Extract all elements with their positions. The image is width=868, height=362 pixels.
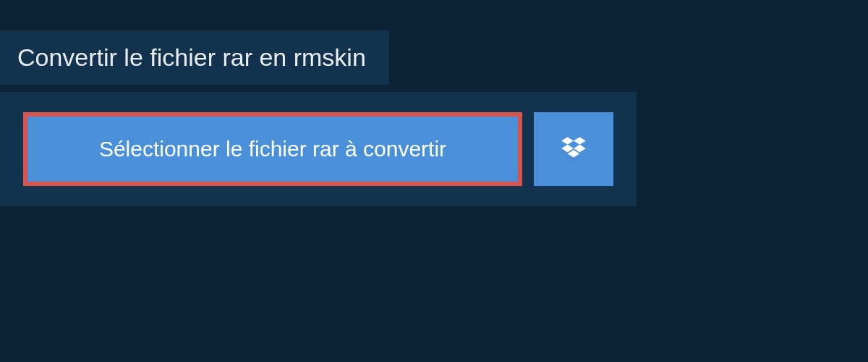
dropbox-button[interactable] [534, 112, 613, 186]
select-file-button[interactable]: Sélectionner le fichier rar à convertir [23, 112, 522, 186]
select-file-label: Sélectionner le fichier rar à convertir [99, 137, 446, 161]
title-bar: Convertir le fichier rar en rmskin [0, 30, 389, 85]
page-title: Convertir le fichier rar en rmskin [17, 43, 366, 71]
dropbox-icon [558, 134, 589, 164]
file-select-panel: Sélectionner le fichier rar à convertir [0, 92, 637, 206]
